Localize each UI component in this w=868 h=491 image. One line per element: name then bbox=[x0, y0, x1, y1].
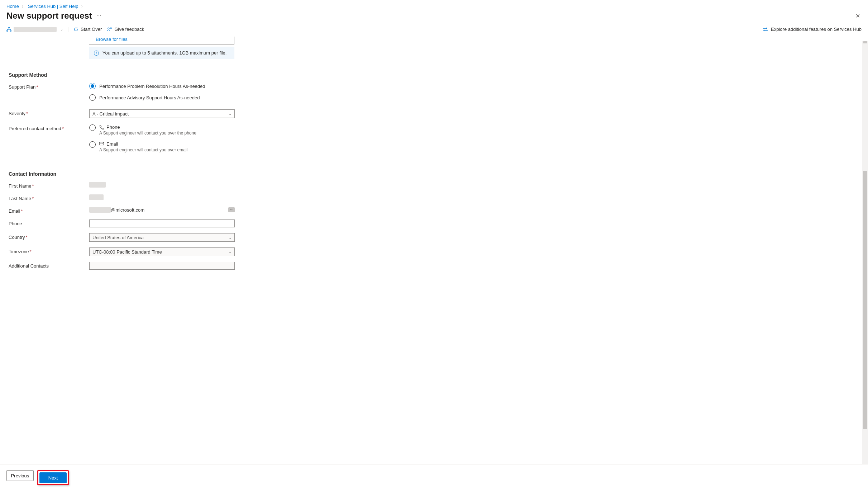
timezone-select[interactable]: UTC-08:00 Pacific Standard Time ⌄ bbox=[89, 247, 235, 256]
breadcrumb-services-hub[interactable]: Services Hub | Self Help bbox=[28, 4, 78, 9]
label-country: Country* bbox=[9, 233, 89, 240]
start-over-button[interactable]: Start Over bbox=[73, 27, 102, 32]
svg-rect-2 bbox=[10, 30, 11, 31]
chevron-down-icon: ⌄ bbox=[229, 112, 232, 116]
label-email: Email* bbox=[9, 207, 89, 214]
swap-icon bbox=[763, 27, 768, 32]
email-value-row: @microsoft.com ⋯ bbox=[89, 207, 235, 213]
refresh-icon bbox=[73, 27, 78, 32]
radio-label: Performance Problem Resolution Hours As-… bbox=[99, 84, 205, 89]
more-actions-icon[interactable]: ⋯ bbox=[96, 13, 101, 19]
svg-rect-1 bbox=[7, 30, 8, 31]
section-contact-info: Contact Information bbox=[9, 171, 862, 177]
feedback-icon bbox=[107, 27, 112, 32]
upload-info-banner: i You can upload up to 5 attachments. 1G… bbox=[89, 47, 234, 59]
radio-support-plan-advisory[interactable]: Performance Advisory Support Hours As-ne… bbox=[89, 94, 235, 101]
svg-rect-0 bbox=[8, 27, 10, 28]
severity-value: A - Critical impact bbox=[92, 111, 129, 117]
svg-rect-4 bbox=[100, 142, 104, 145]
email-desc: A Support engineer will contact you over… bbox=[99, 147, 187, 152]
give-feedback-label: Give feedback bbox=[114, 27, 144, 32]
svg-point-3 bbox=[108, 28, 109, 29]
breadcrumb: Home 〉 Services Hub | Self Help 〉 bbox=[0, 0, 868, 9]
first-name-value bbox=[89, 182, 106, 188]
footer-actions: Previous Next bbox=[0, 464, 868, 466]
chevron-down-icon: ⌄ bbox=[229, 250, 232, 254]
main-content: Browse for files i You can upload up to … bbox=[0, 35, 868, 466]
last-name-value bbox=[89, 194, 104, 200]
radio-icon bbox=[89, 124, 96, 131]
severity-select[interactable]: A - Critical impact ⌄ bbox=[89, 109, 235, 118]
phone-input[interactable] bbox=[89, 219, 235, 227]
browse-files-link[interactable]: Browse for files bbox=[89, 37, 234, 44]
org-name-redacted bbox=[14, 27, 57, 32]
email-label: Email bbox=[106, 141, 118, 147]
explore-label: Explore additional features on Services … bbox=[771, 27, 862, 32]
chevron-down-icon: ⌄ bbox=[60, 27, 63, 31]
org-selector[interactable]: ⌄ bbox=[6, 27, 68, 32]
chevron-right-icon: 〉 bbox=[81, 5, 85, 9]
close-icon[interactable]: ✕ bbox=[854, 11, 862, 21]
explore-services-hub-link[interactable]: Explore additional features on Services … bbox=[763, 27, 862, 32]
info-icon: i bbox=[94, 51, 99, 56]
label-support-plan: Support Plan* bbox=[9, 83, 89, 90]
chevron-down-icon: ⌄ bbox=[229, 236, 232, 240]
country-value: United States of America bbox=[92, 235, 144, 240]
file-upload-area[interactable]: Browse for files bbox=[89, 37, 234, 44]
start-over-label: Start Over bbox=[81, 27, 102, 32]
radio-icon-selected bbox=[89, 83, 96, 89]
radio-contact-email[interactable]: Email A Support engineer will contact yo… bbox=[89, 141, 235, 152]
label-contact-method: Preferred contact method* bbox=[9, 124, 89, 131]
label-additional-contacts: Additional Contacts bbox=[9, 262, 89, 269]
title-bar: New support request ⋯ ✕ bbox=[0, 9, 868, 24]
additional-contacts-input[interactable] bbox=[89, 262, 235, 270]
radio-icon bbox=[89, 94, 96, 101]
email-options-icon[interactable]: ⋯ bbox=[228, 207, 235, 212]
phone-icon bbox=[99, 125, 104, 130]
label-phone: Phone bbox=[9, 219, 89, 226]
country-select[interactable]: United States of America ⌄ bbox=[89, 233, 235, 242]
radio-contact-phone[interactable]: Phone A Support engineer will contact yo… bbox=[89, 124, 235, 136]
email-icon bbox=[99, 142, 104, 147]
label-timezone: Timezone* bbox=[9, 247, 89, 254]
toolbar: ⌄ Start Over Give feedback Explore addit… bbox=[0, 24, 868, 35]
give-feedback-button[interactable]: Give feedback bbox=[107, 27, 144, 32]
radio-support-plan-problem-resolution[interactable]: Performance Problem Resolution Hours As-… bbox=[89, 83, 235, 89]
label-last-name: Last Name* bbox=[9, 194, 89, 201]
radio-icon bbox=[89, 141, 96, 148]
email-user-redacted bbox=[89, 207, 111, 213]
email-domain: @microsoft.com bbox=[111, 207, 144, 213]
phone-label: Phone bbox=[106, 124, 120, 130]
breadcrumb-home[interactable]: Home bbox=[6, 4, 19, 9]
org-tree-icon bbox=[6, 27, 11, 32]
radio-label: Performance Advisory Support Hours As-ne… bbox=[99, 95, 200, 100]
upload-info-text: You can upload up to 5 attachments. 1GB … bbox=[102, 50, 226, 56]
page-title: New support request bbox=[6, 11, 92, 21]
label-severity: Severity* bbox=[9, 109, 89, 116]
phone-desc: A Support engineer will contact you over… bbox=[99, 131, 196, 136]
label-first-name: First Name* bbox=[9, 182, 89, 189]
timezone-value: UTC-08:00 Pacific Standard Time bbox=[92, 249, 162, 255]
chevron-right-icon: 〉 bbox=[22, 5, 25, 9]
section-support-method: Support Method bbox=[9, 72, 862, 78]
